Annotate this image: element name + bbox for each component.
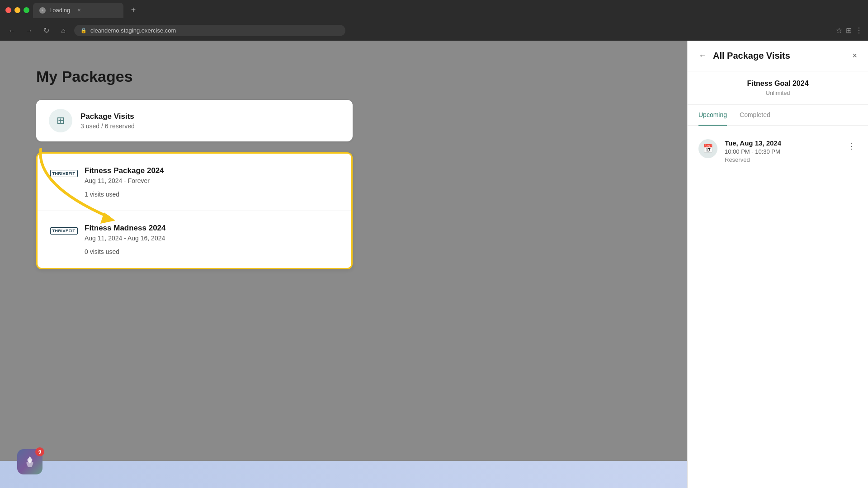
visit-list: 📅 Tue, Aug 13, 2024 10:00 PM - 10:30 PM …: [688, 126, 868, 488]
visit-item: 📅 Tue, Aug 13, 2024 10:00 PM - 10:30 PM …: [698, 133, 857, 169]
minimize-window-button[interactable]: [14, 7, 20, 13]
visit-status: Reserved: [725, 156, 838, 163]
visit-date: Tue, Aug 13, 2024: [725, 139, 838, 147]
panel-back-button[interactable]: ←: [698, 51, 707, 61]
traffic-lights: [5, 7, 29, 13]
address-bar[interactable]: 🔒 cleandemo.staging.exercise.com: [74, 25, 345, 36]
active-tab[interactable]: ● Loading ✕: [33, 3, 123, 18]
new-tab-button[interactable]: +: [127, 4, 140, 17]
visit-menu-button[interactable]: ⋮: [845, 139, 857, 153]
tab-completed[interactable]: Completed: [740, 105, 770, 126]
visit-calendar-icon: 📅: [698, 139, 717, 158]
page-title: My Packages: [36, 68, 651, 85]
page-area: My Packages ⊞ Package Visits 3 used / 6 …: [0, 41, 687, 488]
svg-marker-2: [26, 460, 33, 467]
tab-upcoming[interactable]: Upcoming: [698, 105, 727, 126]
package-dates: Aug 11, 2024 - Aug 16, 2024: [85, 235, 166, 242]
package-visits-count: 0 visits used: [52, 248, 337, 255]
nav-bar: ← → ↻ ⌂ 🔒 cleandemo.staging.exercise.com…: [0, 20, 868, 41]
notification-count: 9: [35, 447, 44, 456]
back-button[interactable]: ←: [5, 24, 18, 37]
menu-icon[interactable]: ⋮: [855, 26, 863, 35]
maximize-window-button[interactable]: [24, 7, 29, 13]
panel-package-name: Fitness Goal 2024: [698, 80, 857, 88]
panel-header: ← All Package Visits ×: [688, 41, 868, 71]
security-icon: 🔒: [80, 28, 87, 33]
panel-subheader: Fitness Goal 2024 Unlimited: [688, 71, 868, 105]
grid-icon: ⊞: [57, 115, 65, 127]
browser-chrome: ● Loading ✕ + ← → ↻ ⌂ 🔒 cleandemo.stagin…: [0, 0, 868, 41]
visit-info: Tue, Aug 13, 2024 10:00 PM - 10:30 PM Re…: [725, 139, 838, 163]
bottom-gradient: [0, 461, 687, 488]
reload-button[interactable]: ↻: [40, 24, 52, 37]
arrow-annotation: [27, 140, 154, 230]
visit-time: 10:00 PM - 10:30 PM: [725, 148, 838, 155]
notification-badge[interactable]: 9: [17, 449, 42, 474]
panel-tabs: Upcoming Completed: [688, 105, 868, 126]
package-visits-info: Package Visits 3 used / 6 reserved: [80, 112, 135, 130]
panel-package-type: Unlimited: [698, 89, 857, 96]
tab-favicon: ●: [39, 7, 46, 14]
extensions-icon[interactable]: ⊞: [846, 26, 852, 35]
right-panel: ← All Package Visits × Fitness Goal 2024…: [687, 41, 868, 488]
package-visits-card[interactable]: ⊞ Package Visits 3 used / 6 reserved: [36, 100, 353, 141]
close-window-button[interactable]: [5, 7, 11, 13]
forward-button[interactable]: →: [23, 24, 35, 37]
tab-close-button[interactable]: ✕: [75, 7, 83, 14]
bookmark-icon[interactable]: ☆: [836, 26, 842, 35]
package-visits-icon: ⊞: [49, 109, 72, 132]
app-icon: [24, 455, 36, 468]
title-bar: ● Loading ✕ +: [0, 0, 868, 20]
package-visits-subtitle: 3 used / 6 reserved: [80, 122, 135, 130]
nav-right-buttons: ☆ ⊞ ⋮: [836, 26, 863, 35]
panel-close-button[interactable]: ×: [852, 51, 857, 61]
home-button[interactable]: ⌂: [57, 24, 70, 37]
main-content: My Packages ⊞ Package Visits 3 used / 6 …: [0, 41, 868, 488]
panel-title: All Package Visits: [713, 51, 846, 61]
package-visits-title: Package Visits: [80, 112, 135, 121]
tab-title: Loading: [49, 7, 70, 14]
calendar-icon: 📅: [703, 144, 713, 154]
url-display: cleandemo.staging.exercise.com: [90, 27, 176, 34]
